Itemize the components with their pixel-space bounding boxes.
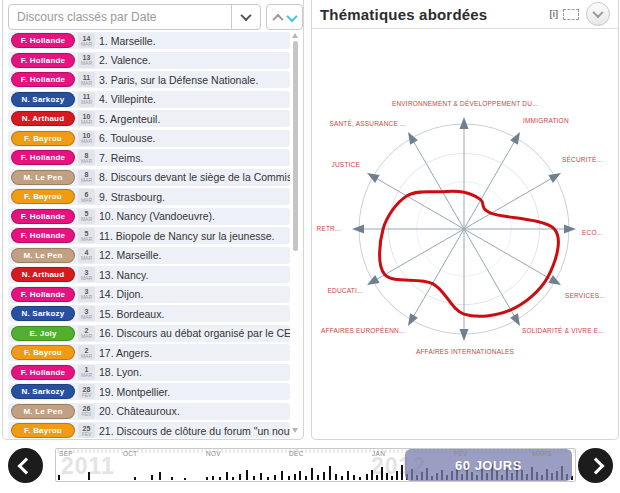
histogram-bar (267, 477, 269, 480)
app: Discours classés par Date F. Hollande14M… (0, 0, 620, 493)
speaker-badge: N. Arthaud (11, 267, 75, 282)
speaker-badge: F. Hollande (11, 150, 75, 165)
list-item[interactable]: F. Hollande1MAR18. Lyon. (8, 364, 290, 381)
list-item[interactable]: F. Hollande14MAR1. Marseille. (8, 32, 290, 49)
speaker-badge: F. Hollande (11, 53, 75, 68)
histogram-bar (366, 474, 368, 480)
next-speech-button[interactable] (288, 8, 296, 26)
scrollbar-thumb[interactable] (293, 41, 298, 251)
histogram-bar (347, 471, 349, 480)
list-item[interactable]: F. Bayrou6MAR9. Strasbourg. (8, 188, 290, 205)
scroll-down-icon[interactable] (292, 428, 298, 433)
list-item[interactable]: F. Bayrou10MAR6. Toulouse. (8, 130, 290, 147)
speaker-badge: F. Hollande (11, 287, 75, 302)
histogram-bar (232, 477, 234, 480)
list-item[interactable]: N. Arthaud3MAR13. Nancy. (8, 266, 290, 283)
date-badge: 1MAR (78, 365, 95, 380)
histogram-bar (281, 471, 283, 480)
month-label: SEP (59, 450, 73, 457)
sort-dropdown[interactable]: Discours classés par Date (8, 4, 261, 30)
date-badge: 4MAR (78, 248, 95, 263)
speaker-badge: M. Le Pen (11, 170, 75, 185)
speech-title: 8. Discours devant le siège de la Commis… (99, 171, 290, 183)
list-item[interactable]: F. Hollande11MAR3. Paris, sur la Défense… (8, 71, 290, 88)
list-item[interactable]: F. Hollande5MAR10. Nancy (Vandoeuvre). (8, 208, 290, 225)
histogram-bar (396, 471, 398, 480)
speech-title: 4. Villepinte. (99, 93, 156, 105)
histogram-bar (294, 474, 296, 480)
date-badge: 11MAR (78, 92, 95, 107)
histogram-bar (288, 476, 290, 480)
histogram-bar (206, 477, 208, 480)
histogram-bar (359, 477, 361, 480)
speech-title: 2. Valence. (99, 54, 151, 66)
date-badge: 3MAR (78, 306, 95, 321)
histogram-bar (260, 473, 262, 480)
month-label: NOV (206, 450, 221, 457)
list-item[interactable]: F. Hollande8MAR7. Reims. (8, 149, 290, 166)
date-badge: 28FÉV (78, 384, 95, 399)
list-item[interactable]: M. Le Pen4MAR12. Marseille. (8, 247, 290, 264)
histogram-bar (171, 477, 173, 480)
histogram-bar (311, 468, 313, 480)
radar-axis-label: EDUCATI... (328, 287, 363, 294)
sort-dropdown-label: Discours classés par Date (9, 10, 231, 24)
scroll-up-icon[interactable] (292, 33, 298, 38)
list-item[interactable]: F. Hollande3MAR14. Dijon. (8, 286, 290, 303)
chevron-down-icon[interactable] (231, 5, 260, 29)
radar-chart (312, 0, 618, 438)
histogram-bar (151, 475, 153, 480)
radar-axis-label: JUSTICE (332, 161, 361, 168)
histogram-bar (88, 472, 90, 480)
list-item[interactable]: N. Arthaud10MAR5. Argenteuil. (8, 110, 290, 127)
histogram-bar (391, 476, 393, 480)
histogram-bar (274, 475, 276, 480)
histogram-bar (299, 471, 301, 480)
scrollbar[interactable] (292, 33, 299, 433)
radar-data-line (380, 191, 559, 316)
list-item[interactable]: N. Sarkozy3MAR15. Bordeaux. (8, 305, 290, 322)
speaker-badge: F. Hollande (11, 228, 75, 243)
next-period-button[interactable] (578, 448, 613, 483)
histogram-bar (386, 473, 388, 480)
list-item[interactable]: F. Hollande5MAR11. Biopole de Nancy sur … (8, 227, 290, 244)
list-item[interactable]: M. Le Pen8MAR8. Discours devant le siège… (8, 169, 290, 186)
list-item[interactable]: F. Hollande13MAR2. Valence. (8, 52, 290, 69)
speaker-badge: N. Sarkozy (11, 92, 75, 107)
speech-title: 11. Biopole de Nancy sur la jeunesse. (99, 230, 275, 242)
list-item[interactable]: F. Bayrou2MAR17. Angers. (8, 344, 290, 361)
speaker-badge: F. Bayrou (11, 423, 75, 438)
list-item[interactable]: M. Le Pen26FÉV20. Châteauroux. (8, 403, 290, 420)
date-badge: 3MAR (78, 287, 95, 302)
list-item[interactable]: E. Joly2MAR16. Discours au débat organis… (8, 325, 290, 342)
speech-title: 12. Marseille. (99, 249, 161, 261)
list-item[interactable]: F. Bayrou25FÉV21. Discours de clôture du… (8, 422, 290, 438)
speaker-badge: F. Hollande (11, 72, 75, 87)
histogram-bar (219, 477, 221, 480)
speech-title: 21. Discours de clôture du forum "un nou… (99, 425, 290, 437)
prev-period-button[interactable] (8, 448, 43, 483)
date-badge: 3MAR (78, 267, 95, 282)
radar-axis-label: ENVIRONNEMENT & DÉVELOPPEMENT DU... (312, 100, 618, 107)
histogram-bar (317, 475, 319, 480)
histogram-bar (58, 475, 60, 480)
speech-title: 7. Reims. (99, 152, 143, 164)
list-item[interactable]: N. Sarkozy11MAR4. Villepinte. (8, 91, 290, 108)
month-label: OCT (123, 450, 138, 457)
speaker-badge: F. Bayrou (11, 131, 75, 146)
list-item[interactable]: N. Sarkozy28FÉV19. Montpellier. (8, 383, 290, 400)
radar-axis-label: ECO... (582, 229, 603, 236)
radar-axis-label: AFFAIRES INTERNATIONALES (312, 348, 618, 355)
selection-label: 60 JOURS (455, 458, 522, 473)
timeline[interactable]: 20112012 SEPOCTNOVDÉCJANFÉVMARS 60 JOURS (55, 448, 576, 482)
date-badge: 13MAR (78, 53, 95, 68)
histogram-bar (323, 472, 325, 480)
radar-axis-label: AFFAIRES EUROPÉENN... (321, 327, 405, 334)
speaker-badge: N. Arthaud (11, 111, 75, 126)
histogram-bar (246, 470, 248, 480)
prev-speech-button[interactable] (274, 8, 282, 26)
date-badge: 5MAR (78, 228, 95, 243)
chevron-left-icon (17, 457, 34, 474)
speaker-badge: M. Le Pen (11, 248, 75, 263)
speech-title: 1. Marseille. (99, 35, 156, 47)
